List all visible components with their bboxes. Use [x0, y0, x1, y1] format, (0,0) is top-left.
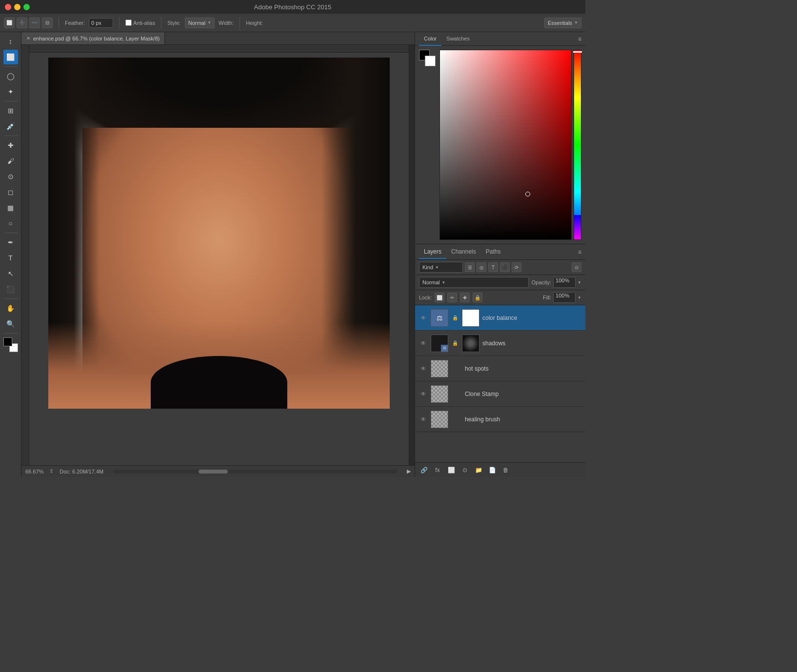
layer-item[interactable]: 👁 hot spots: [415, 356, 585, 381]
panel-options-btn[interactable]: ≡: [578, 36, 581, 42]
hand-tool[interactable]: ✋: [3, 301, 18, 316]
layers-panel-options-btn[interactable]: ≡: [578, 249, 581, 256]
layer-thumbnail: [431, 360, 448, 377]
add-selection-btn[interactable]: ➕: [17, 18, 27, 28]
lasso-tool[interactable]: ◯: [3, 69, 18, 83]
filter-smart-btn[interactable]: ⟳: [512, 262, 521, 272]
filter-toggle-btn[interactable]: ⊙: [572, 262, 581, 272]
layer-visibility-toggle[interactable]: 👁: [419, 314, 428, 322]
eyedropper-tool[interactable]: 💉: [3, 119, 18, 134]
link-layers-btn[interactable]: 🔗: [419, 465, 429, 475]
layer-visibility-toggle[interactable]: 👁: [419, 339, 428, 348]
kind-filter-dropdown[interactable]: Kind ▼: [419, 262, 463, 273]
document-tab[interactable]: ✕ enhance.psd @ 66.7% (color balance, La…: [21, 32, 165, 44]
canvas-column: [29, 45, 409, 465]
tab-paths[interactable]: Paths: [481, 245, 506, 259]
share-icon[interactable]: ⇧: [49, 468, 54, 474]
status-bar: 66.67% ⇧ Doc: 6.20M/17.4M ▶: [21, 465, 415, 477]
shape-tool[interactable]: ⬛: [3, 282, 18, 296]
color-field[interactable]: [439, 50, 572, 240]
color-gradient-picker[interactable]: [439, 50, 581, 240]
layer-visibility-toggle[interactable]: 👁: [419, 415, 428, 424]
feather-input[interactable]: [89, 18, 113, 28]
filter-adj-btn[interactable]: ◎: [477, 262, 486, 272]
background-color[interactable]: [425, 56, 436, 66]
add-mask-btn[interactable]: ⬜: [446, 465, 456, 475]
filter-pixel-btn[interactable]: ☰: [465, 262, 475, 272]
lock-all-btn[interactable]: 🔒: [473, 293, 482, 302]
hue-strip[interactable]: [574, 50, 581, 240]
foreground-background-colors[interactable]: [3, 337, 18, 352]
anti-alias-checkbox[interactable]: [125, 20, 132, 26]
crop-tool[interactable]: ⊞: [3, 103, 18, 118]
feather-label: Feather:: [65, 20, 85, 26]
close-button[interactable]: [5, 4, 11, 10]
layers-list[interactable]: 👁 ⚖ 🔒 color balance: [415, 305, 585, 462]
clone-stamp-tool[interactable]: ⊙: [3, 169, 18, 184]
minimize-button[interactable]: [14, 4, 20, 10]
type-tool[interactable]: T: [3, 251, 18, 265]
delete-layer-btn[interactable]: 🗑: [501, 465, 511, 475]
fill-value[interactable]: 100%: [553, 292, 576, 303]
opacity-label: Opacity:: [532, 279, 551, 285]
move-tool[interactable]: ↕: [3, 34, 18, 49]
path-select-tool[interactable]: ↖: [3, 266, 18, 281]
blend-mode-value: Normal: [422, 279, 439, 285]
tab-channels[interactable]: Channels: [446, 245, 481, 259]
layer-item[interactable]: 👁 ⚖ 🔒 shadows: [415, 331, 585, 356]
brush-tool[interactable]: 🖌: [3, 154, 18, 168]
new-layer-btn[interactable]: 📄: [487, 465, 497, 475]
tab-close-btn[interactable]: ✕: [26, 36, 30, 41]
style-dropdown[interactable]: Normal ▼: [185, 18, 215, 28]
play-btn[interactable]: ▶: [407, 468, 411, 474]
blend-mode-dropdown[interactable]: Normal ▼: [419, 277, 529, 288]
quick-select-tool[interactable]: ✦: [3, 84, 18, 99]
layer-visibility-toggle[interactable]: 👁: [419, 390, 428, 398]
dodge-tool[interactable]: ○: [3, 216, 18, 231]
marquee-tool[interactable]: ⬜: [3, 50, 18, 64]
right-panel: Color Swatches ≡: [415, 32, 585, 477]
lock-move-btn[interactable]: ✚: [460, 293, 470, 302]
eraser-tool[interactable]: ◻: [3, 185, 18, 199]
new-group-btn[interactable]: 📁: [474, 465, 483, 475]
canvas-with-rulers: [21, 45, 415, 465]
layer-item[interactable]: 👁 ⚖ 🔒 color balance: [415, 305, 585, 331]
workspace-dropdown[interactable]: Essentials ▼: [544, 18, 581, 28]
options-bar: ⬜ ➕ ➖ ⊟ Feather: Anti-alias Style: Norma…: [0, 14, 585, 32]
tab-swatches[interactable]: Swatches: [441, 32, 475, 46]
tab-layers[interactable]: Layers: [419, 245, 446, 259]
tab-color[interactable]: Color: [419, 32, 441, 46]
new-selection-btn[interactable]: ⬜: [4, 18, 15, 28]
maximize-button[interactable]: [23, 4, 30, 10]
opacity-arrow: ▼: [578, 280, 581, 285]
fx-btn[interactable]: fx: [433, 465, 442, 475]
zoom-tool[interactable]: 🔍: [3, 316, 18, 331]
layer-visibility-toggle[interactable]: 👁: [419, 364, 428, 373]
pen-tool[interactable]: ✒: [3, 235, 18, 250]
height-label: Height:: [246, 20, 263, 26]
filter-shape-btn[interactable]: ⬛: [500, 262, 510, 272]
fill-row: Fill: 100% ▼: [543, 292, 581, 303]
add-adjustment-btn[interactable]: ⊙: [460, 465, 470, 475]
lock-paint-btn[interactable]: ✏: [447, 293, 457, 302]
intersect-selection-btn[interactable]: ⊟: [42, 18, 53, 28]
layer-item[interactable]: 👁 healing brush: [415, 407, 585, 432]
layer-name: Clone Stamp: [465, 391, 581, 397]
gradient-tool[interactable]: ▦: [3, 200, 18, 215]
filter-type-btn[interactable]: T: [488, 262, 498, 272]
lock-transparent-btn[interactable]: ⬜: [435, 293, 444, 302]
subtract-selection-btn[interactable]: ➖: [29, 18, 40, 28]
fg-bg-color-boxes[interactable]: [419, 50, 436, 66]
layer-item[interactable]: 👁 Clone Stamp: [415, 381, 585, 407]
horizontal-scrollbar[interactable]: [113, 470, 397, 474]
vertical-scrollbar[interactable]: [409, 45, 415, 465]
workspace-dropdown-arrow: ▼: [574, 20, 578, 25]
healing-brush-tool[interactable]: ✚: [3, 138, 18, 153]
opacity-value[interactable]: 100%: [553, 277, 576, 288]
color-panel-body: [415, 46, 585, 244]
opacity-row: Opacity: 100% ▼: [532, 277, 581, 288]
toolbar-divider: [4, 233, 18, 233]
layer-mask-thumbnail: [462, 335, 479, 352]
canvas-scroll-area[interactable]: [29, 53, 409, 465]
foreground-color-box[interactable]: [3, 337, 12, 346]
